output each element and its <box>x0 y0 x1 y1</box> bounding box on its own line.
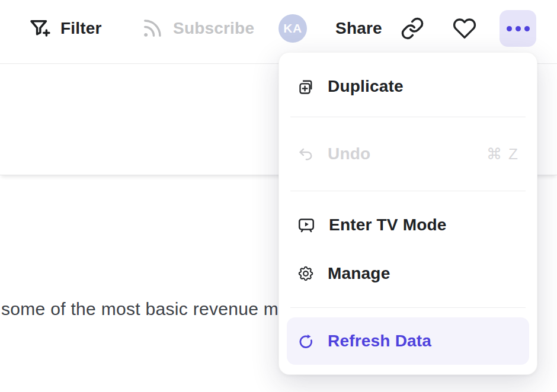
menu-item-enter-tv-mode[interactable]: Enter TV Mode <box>287 201 529 249</box>
more-options-button[interactable] <box>500 10 536 47</box>
menu-item-label: Duplicate <box>328 77 404 96</box>
subscribe-button[interactable]: Subscribe <box>140 16 254 41</box>
menu-item-label: Undo <box>328 144 370 163</box>
menu-divider <box>290 117 526 117</box>
avatar[interactable]: KA <box>278 14 307 43</box>
share-label: Share <box>335 19 382 38</box>
funnel-plus-icon <box>27 16 52 41</box>
rss-icon <box>140 16 165 41</box>
menu-divider <box>290 307 526 308</box>
menu-item-undo[interactable]: Undo ⌘ Z <box>287 127 529 181</box>
copy-link-button[interactable] <box>401 17 424 40</box>
filter-label: Filter <box>60 19 102 38</box>
avatar-initials: KA <box>283 21 302 36</box>
menu-item-label: Manage <box>328 264 390 283</box>
background-paragraph: some of the most basic revenue m <box>1 298 278 320</box>
link-icon <box>401 17 424 40</box>
refresh-icon <box>297 332 315 350</box>
ellipsis-icon <box>507 26 512 31</box>
menu-item-duplicate[interactable]: Duplicate <box>287 66 529 107</box>
share-button[interactable]: Share <box>335 19 382 38</box>
filter-button[interactable]: Filter <box>27 16 102 41</box>
undo-arrow-icon <box>297 145 315 163</box>
menu-divider <box>290 191 526 191</box>
heart-icon <box>453 17 476 40</box>
menu-item-manage[interactable]: Manage <box>287 249 529 298</box>
subscribe-label: Subscribe <box>173 19 254 38</box>
menu-item-label: Refresh Data <box>328 332 431 351</box>
favorite-button[interactable] <box>453 17 476 40</box>
copy-plus-icon <box>297 78 315 95</box>
keyboard-shortcut: ⌘ Z <box>486 145 519 163</box>
tv-play-icon <box>297 216 316 234</box>
menu-item-refresh-data[interactable]: Refresh Data <box>287 317 529 365</box>
app-screen: Filter Subscribe KA Share <box>0 0 557 392</box>
context-menu: Duplicate Undo ⌘ Z Enter TV M <box>278 52 537 375</box>
gear-icon <box>297 265 315 282</box>
menu-item-label: Enter TV Mode <box>329 216 447 234</box>
